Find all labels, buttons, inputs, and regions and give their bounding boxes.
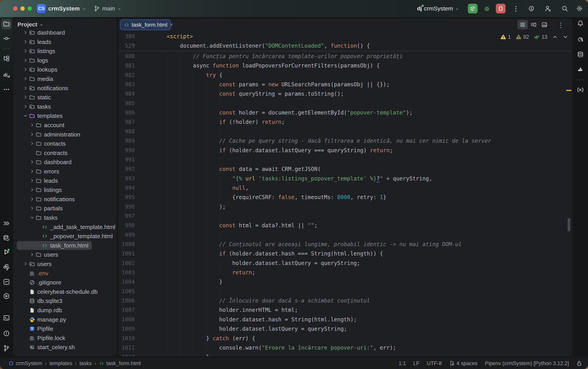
chevron-down-icon[interactable] — [23, 113, 29, 119]
tree-item-celerybeat-schedule-db[interactable]: celerybeat-schedule.db — [13, 287, 117, 297]
status-item-pipenv-crmsystem-python-3-12-2-[interactable]: Pipenv (crmSystem) [Python 3.12.2] — [485, 360, 569, 367]
chevron-right-icon[interactable] — [30, 196, 35, 202]
settings-button[interactable] — [576, 0, 583, 17]
breadcrumb-item-task-form-html[interactable]: task_form.html — [99, 360, 141, 367]
tree-item-templates[interactable]: templates — [13, 111, 117, 121]
commit-tool-button[interactable] — [3, 35, 10, 43]
problems-tool-button[interactable] — [3, 330, 10, 338]
tree-item-manage-py[interactable]: manage.py — [13, 315, 117, 324]
python-packages-tool-button[interactable] — [3, 264, 10, 272]
inspection-widget[interactable]: 1 82 13 — [500, 34, 568, 40]
django-structure-tool-button[interactable]: di — [3, 72, 10, 79]
endpoints-tool-button[interactable] — [577, 86, 584, 94]
code-with-me-button[interactable] — [545, 0, 551, 17]
notifications-button[interactable] — [577, 20, 584, 28]
chevron-right-icon[interactable] — [23, 94, 29, 100]
tab-task-form[interactable]: task_form.html × — [120, 20, 171, 30]
breadcrumb-item-tasks[interactable]: tasks — [80, 360, 92, 367]
code-editor[interactable]: 980 // Funcția pentru încărcarea templat… — [118, 31, 572, 356]
chevron-right-icon[interactable] — [30, 178, 35, 184]
tree-item-pipfile-lock[interactable]: Pipfile.lock — [13, 333, 117, 343]
view-mode-split-button[interactable] — [528, 20, 539, 29]
branch-widget[interactable]: main ⌄ — [94, 0, 122, 17]
ai-assistant-button[interactable] — [528, 0, 535, 17]
tree-item-errors[interactable]: errors — [13, 167, 117, 176]
more-tools-button[interactable] — [3, 86, 10, 94]
django-plugin-tool-button[interactable] — [577, 66, 584, 74]
maximize-window-button[interactable] — [28, 6, 32, 11]
chevron-right-icon[interactable] — [30, 169, 35, 174]
services-tool-button[interactable] — [3, 235, 10, 242]
breadcrumb-item-crmsystem[interactable]: crmSystem — [9, 360, 42, 367]
editor-scrollbar[interactable] — [567, 218, 570, 231]
tree-item--gitignore[interactable]: .gitignore — [13, 278, 117, 287]
tree-item-start-celery-sh[interactable]: start_celery.sh — [13, 343, 117, 352]
chevron-right-icon[interactable] — [30, 141, 35, 147]
tree-item-account[interactable]: account — [13, 121, 117, 130]
services-hex-tool-button[interactable] — [3, 293, 10, 300]
tree-item-dump-rdb[interactable]: dump.rdb — [13, 306, 117, 315]
editor-options-button[interactable]: ⋮ — [557, 21, 564, 29]
tree-item-leads[interactable]: leads — [13, 37, 117, 47]
rerun-button[interactable] — [468, 0, 478, 17]
chevron-right-icon[interactable] — [30, 187, 35, 193]
status-item-lock[interactable] — [576, 360, 582, 366]
stop-button[interactable] — [496, 0, 505, 17]
chevron-right-icon[interactable] — [30, 252, 35, 258]
tree-item-notifications[interactable]: notifications — [13, 84, 117, 93]
chevron-right-icon[interactable] — [23, 76, 29, 82]
tree-item-tasks[interactable]: tasks — [13, 102, 117, 111]
tree-item-lookups[interactable]: lookups — [13, 65, 117, 74]
previous-problem-button[interactable] — [552, 34, 558, 40]
tree-item-task-form-html[interactable]: task_form.html — [13, 241, 117, 250]
tree-item-db-sqlite3[interactable]: db.sqlite3 — [13, 296, 117, 306]
project-widget[interactable]: CS crmSystem ⌄ — [37, 0, 86, 17]
close-window-button[interactable] — [13, 6, 18, 11]
chevron-right-icon[interactable] — [30, 159, 35, 165]
status-item-4-spaces[interactable]: 4 spaces — [449, 360, 478, 367]
view-mode-code-button[interactable] — [517, 20, 528, 29]
tree-item-static[interactable]: static — [13, 93, 117, 102]
more-actions-button[interactable]: ⋮ — [513, 0, 519, 17]
chevron-down-icon[interactable] — [30, 215, 35, 221]
chevron-right-icon[interactable] — [23, 104, 29, 110]
run-tool-button[interactable] — [3, 248, 10, 256]
chevron-right-icon[interactable] — [23, 67, 29, 72]
chevron-right-icon[interactable] — [30, 122, 35, 128]
structure-tool-button[interactable] — [3, 55, 10, 63]
minimize-window-button[interactable] — [21, 6, 25, 11]
tree-item-users[interactable]: users — [13, 250, 117, 259]
database-tool-button[interactable] — [577, 51, 584, 59]
git-tool-button[interactable] — [3, 345, 10, 352]
tree-item-notifications[interactable]: notifications — [13, 195, 117, 204]
tree-item-leads[interactable]: leads — [13, 176, 117, 185]
view-mode-preview-button[interactable] — [539, 20, 550, 29]
terminal-tool-button[interactable] — [3, 314, 10, 322]
project-panel-header[interactable]: Project ⌄ — [13, 19, 117, 31]
tree-item-media[interactable]: media — [13, 74, 117, 84]
status-item-lf[interactable]: LF — [413, 360, 420, 367]
chevron-right-icon[interactable] — [23, 261, 29, 267]
tree-item-contracts[interactable]: contracts — [13, 148, 117, 158]
tree-item-tasks[interactable]: tasks — [13, 213, 117, 222]
forward-tool-button[interactable] — [3, 220, 10, 228]
error-stripe-mark[interactable] — [566, 90, 571, 91]
next-problem-button[interactable] — [563, 34, 568, 40]
tree-item-logs[interactable]: logs — [13, 56, 117, 65]
tree-item--add-task-template-html[interactable]: _add_task_template.html — [13, 222, 117, 232]
tree-item-partials[interactable]: partials — [13, 204, 117, 213]
chevron-right-icon[interactable] — [23, 48, 29, 54]
status-item-1-1[interactable]: 1:1 — [399, 360, 406, 367]
tree-item--env[interactable]: .env — [13, 269, 117, 278]
run-configuration[interactable]: dj crmSystem ⌄ — [417, 0, 459, 17]
project-tool-button[interactable] — [3, 20, 10, 28]
chevron-right-icon[interactable] — [23, 39, 29, 45]
chevron-right-icon[interactable] — [23, 30, 29, 36]
tree-item-contacts[interactable]: contacts — [13, 139, 117, 148]
close-tab-icon[interactable]: × — [170, 22, 173, 28]
tree-item-users[interactable]: users — [13, 259, 117, 269]
chevron-right-icon[interactable] — [30, 205, 35, 211]
chevron-right-icon[interactable] — [23, 85, 29, 91]
debug-button[interactable] — [484, 0, 490, 17]
tree-item-administration[interactable]: administration — [13, 130, 117, 139]
